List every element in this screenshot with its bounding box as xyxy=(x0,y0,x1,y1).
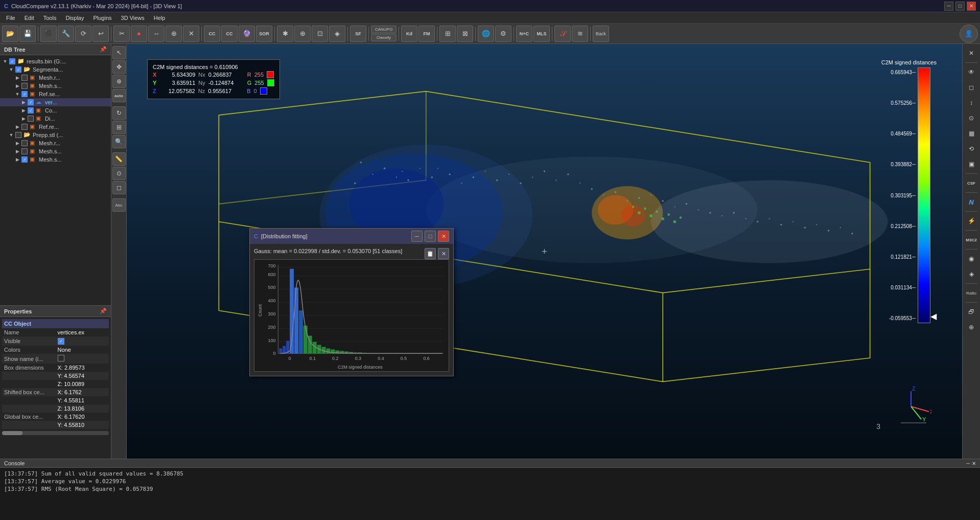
menu-plugins[interactable]: Plugins xyxy=(89,14,115,22)
viewport[interactable]: C2M signed distances = 0.610906 X 5.6343… xyxy=(127,44,962,459)
tree-arrow-mesh-r-1[interactable]: ▶ xyxy=(14,75,20,80)
tree-item-segmenta[interactable]: ▼ 📂 Segmenta... xyxy=(0,65,111,74)
properties-pin[interactable]: 📌 xyxy=(100,308,107,314)
toolbar-globe[interactable]: 🌐 xyxy=(478,26,494,42)
right-tool-rabo[interactable]: RaBo xyxy=(964,286,978,300)
tree-item-mesh-s-3[interactable]: ▶ ▣ Mesh.s... xyxy=(0,155,111,164)
toolbar-diamond[interactable]: ◈ xyxy=(329,26,345,42)
toolbar-sor[interactable]: SOR xyxy=(256,26,272,42)
tree-item-co[interactable]: ▶ ▣ Co... xyxy=(0,106,111,115)
prop-checkbox-showname[interactable] xyxy=(58,355,64,361)
toolbar-save[interactable]: 💾 xyxy=(19,26,36,42)
dist-settings-button[interactable]: ✕ xyxy=(438,248,449,259)
tree-item-refre[interactable]: ▶ ▣ Ref.re... xyxy=(0,123,111,131)
dist-action-buttons[interactable]: 📋 ✕ xyxy=(425,248,449,259)
toolbar-fm[interactable]: FM xyxy=(418,26,435,42)
tree-item-refse[interactable]: ▼ ▣ Ref.se... xyxy=(0,90,111,98)
tree-arrow-mesh-s-2[interactable]: ▶ xyxy=(14,149,20,154)
left-tool-select2[interactable]: ◻ xyxy=(112,181,126,194)
dist-dialog[interactable]: C [Distribution fitting] ─ □ ✕ Gauss: me… xyxy=(249,228,454,376)
toolbar-sf[interactable]: SF xyxy=(350,26,366,42)
tree-check-results[interactable] xyxy=(9,58,15,64)
right-tool-m3c2[interactable]: M3C2 xyxy=(964,233,978,247)
toolbar-box[interactable]: ⊡ xyxy=(312,26,328,42)
toolbar-s[interactable]: 𝒮 xyxy=(554,26,571,42)
tree-check-mesh-r-1[interactable] xyxy=(21,75,28,81)
prop-value-showname[interactable] xyxy=(56,354,109,364)
prop-value-visible[interactable] xyxy=(56,336,109,346)
right-tool-window[interactable]: 🗗 xyxy=(964,305,978,319)
tree-check-mesh-s-2[interactable] xyxy=(21,148,28,154)
toolbar-add2[interactable]: ⊕ xyxy=(294,26,311,42)
toolbar-sphere[interactable]: 🔮 xyxy=(239,26,255,42)
menu-3dviews[interactable]: 3D Views xyxy=(117,14,149,22)
left-tool-ruler[interactable]: 📏 xyxy=(112,152,126,166)
toolbar-point[interactable]: ● xyxy=(131,26,147,42)
dist-close-button[interactable]: ✕ xyxy=(438,231,449,242)
right-tool-normal[interactable]: N xyxy=(964,195,978,209)
tree-item-ver[interactable]: ▶ ☁ ver... xyxy=(0,98,111,106)
tree-arrow-segmenta[interactable]: ▼ xyxy=(8,67,14,72)
left-tool-cursor[interactable]: ↖ xyxy=(112,46,126,59)
tree-arrow-results[interactable]: ▼ xyxy=(2,59,8,64)
toolbar-settings[interactable]: 🔧 xyxy=(58,26,74,42)
toolbar-arrow[interactable]: ↩ xyxy=(92,26,109,42)
right-tool-target[interactable]: ◉ xyxy=(964,252,978,266)
toolbar-canupo1[interactable]: CANUPO xyxy=(371,26,396,33)
dist-export-button[interactable]: 📋 xyxy=(425,248,436,259)
toolbar-move[interactable]: ↔ xyxy=(148,26,165,42)
toolbar-kd[interactable]: Kd xyxy=(401,26,417,42)
tree-arrow-refse[interactable]: ▼ xyxy=(14,92,20,97)
toolbar-canupo2-classify[interactable]: Classify xyxy=(371,34,396,41)
right-tool-bolt[interactable]: ⚡ xyxy=(964,214,978,228)
tree-arrow-di[interactable]: ▶ xyxy=(20,116,27,121)
tree-arrow-ver[interactable]: ▶ xyxy=(20,100,27,105)
toolbar-cc1[interactable]: CC xyxy=(204,26,220,42)
left-tool-label[interactable]: Abc xyxy=(112,198,126,212)
db-tree-pin[interactable]: 📌 xyxy=(100,46,107,53)
toolbar-grid2[interactable]: ⊠ xyxy=(457,26,473,42)
left-tool-pick[interactable]: ⊙ xyxy=(112,167,126,180)
maximize-button[interactable]: □ xyxy=(955,2,965,11)
toolbar-nc[interactable]: N+C xyxy=(516,26,532,42)
console-controls[interactable]: ─ ✕ xyxy=(966,461,976,466)
tree-item-prepp[interactable]: ▼ 📂 Prepp.stl (... xyxy=(0,131,111,139)
tree-arrow-mesh-r-2[interactable]: ▶ xyxy=(14,141,20,146)
left-tool-hand[interactable]: ✥ xyxy=(112,60,126,74)
right-tool-clock[interactable]: ⊙ xyxy=(964,111,978,125)
tree-check-mesh-s-1[interactable] xyxy=(21,83,28,89)
prop-checkbox-visible[interactable] xyxy=(58,338,64,345)
left-tool-zoom[interactable]: ⊕ xyxy=(112,75,126,88)
right-tool-layers[interactable]: ▣ xyxy=(964,157,978,171)
toolbar-user[interactable]: 👤 xyxy=(960,25,978,43)
toolbar-rotate2[interactable]: ⊕ xyxy=(166,26,182,42)
tree-arrow-co[interactable]: ▶ xyxy=(20,108,27,113)
tree-check-ver[interactable] xyxy=(28,99,34,105)
tree-arrow-mesh-s-1[interactable]: ▶ xyxy=(14,83,20,88)
tree-check-prepp[interactable] xyxy=(15,132,21,138)
right-tool-diamond[interactable]: ◈ xyxy=(964,267,978,281)
menu-file[interactable]: File xyxy=(2,14,19,22)
toolbar-star[interactable]: ✱ xyxy=(277,26,293,42)
tree-arrow-refre[interactable]: ▶ xyxy=(14,124,20,129)
minimize-button[interactable]: ─ xyxy=(944,2,953,11)
toolbar-waves[interactable]: ≋ xyxy=(572,26,588,42)
right-tool-refresh[interactable]: ⟲ xyxy=(964,142,978,156)
menu-edit[interactable]: Edit xyxy=(20,14,38,22)
tree-item-mesh-s-2[interactable]: ▶ ▣ Mesh.s... xyxy=(0,147,111,155)
tree-check-segmenta[interactable] xyxy=(15,66,21,73)
tree-check-di[interactable] xyxy=(28,116,34,122)
right-tool-rect[interactable]: ◻ xyxy=(964,80,978,95)
tree-item-mesh-r-2[interactable]: ▶ ▣ Mesh.r... xyxy=(0,139,111,147)
dist-dialog-controls[interactable]: ─ □ ✕ xyxy=(411,231,449,242)
left-tool-rotate[interactable]: ↻ xyxy=(112,106,126,120)
prop-scrollbar-thumb[interactable] xyxy=(2,431,22,435)
tree-check-co[interactable] xyxy=(28,107,34,114)
toolbar-refresh[interactable]: ⟳ xyxy=(75,26,91,42)
left-tool-pan[interactable]: ⊞ xyxy=(112,121,126,134)
right-tool-plus[interactable]: ⊕ xyxy=(964,320,978,334)
tree-check-refse[interactable] xyxy=(21,91,28,97)
tree-item-mesh-s-1[interactable]: ▶ ▣ Mesh.s... xyxy=(0,82,111,90)
right-tool-close[interactable]: ✕ xyxy=(964,46,978,60)
left-tool-auto[interactable]: auto xyxy=(112,89,126,102)
